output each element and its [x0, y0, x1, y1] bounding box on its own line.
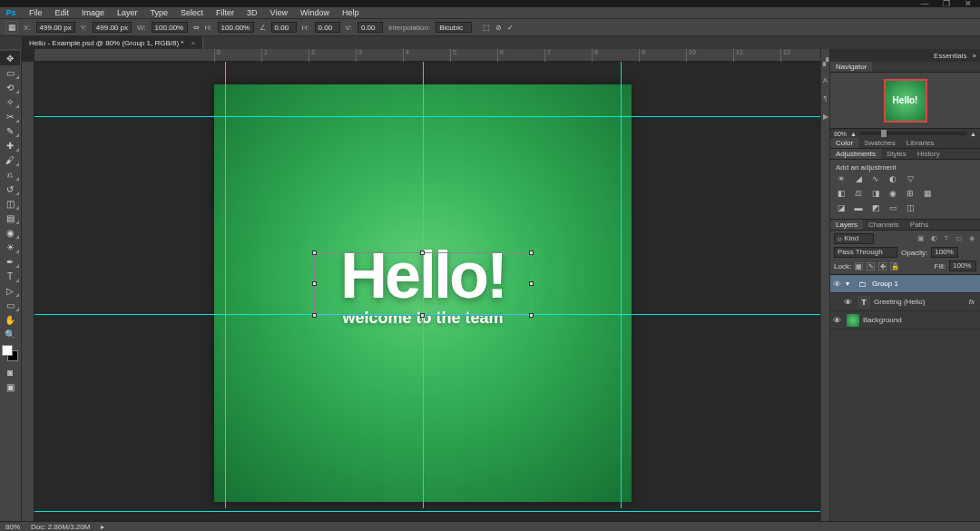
- lookup-icon[interactable]: ▦: [922, 189, 933, 198]
- layer-row-text[interactable]: 👁 T Greeting (Hello) fx: [830, 293, 980, 311]
- tab-history[interactable]: History: [912, 149, 946, 159]
- close-tab-icon[interactable]: ×: [191, 39, 195, 47]
- field-y[interactable]: 499.00 px: [93, 22, 132, 33]
- ruler-vertical[interactable]: [22, 62, 34, 521]
- tab-channels[interactable]: Channels: [863, 220, 905, 230]
- lock-position-icon[interactable]: ✥: [878, 262, 887, 270]
- menu-layer[interactable]: Layer: [112, 7, 143, 18]
- layer-name[interactable]: Group 1: [872, 280, 980, 288]
- threshold-icon[interactable]: ◩: [870, 203, 881, 212]
- field-h[interactable]: 100.00%: [218, 22, 254, 33]
- crop-tool[interactable]: ✂: [0, 109, 20, 123]
- lock-all-icon[interactable]: 🔒: [890, 262, 898, 270]
- ruler-horizontal[interactable]: 0 1 2 3 4 5 6 7 8 9 10 11 12: [34, 49, 820, 62]
- invert-icon[interactable]: ◪: [836, 203, 847, 212]
- type-tool[interactable]: T: [0, 269, 20, 283]
- marquee-tool[interactable]: ▭: [0, 65, 20, 80]
- menu-help[interactable]: Help: [337, 7, 365, 18]
- brightness-icon[interactable]: ☀: [836, 174, 847, 183]
- lock-transparency-icon[interactable]: ▦: [855, 262, 863, 270]
- workspace-switcher[interactable]: Essentials »: [830, 49, 980, 62]
- navigator-thumbnail[interactable]: Hello!: [884, 79, 927, 123]
- status-doc-size[interactable]: Doc: 2.86M/3.20M: [31, 523, 90, 531]
- canvas-area[interactable]: 0 1 2 3 4 5 6 7 8 9 10 11 12 Hello! welc…: [22, 49, 820, 521]
- foreground-background-swatch[interactable]: [0, 341, 21, 365]
- tab-paths[interactable]: Paths: [905, 220, 934, 230]
- visibility-toggle-icon[interactable]: 👁: [841, 298, 854, 307]
- blend-mode-select[interactable]: Pass Through: [834, 247, 897, 258]
- actions-panel-icon[interactable]: ▶: [822, 113, 829, 120]
- menu-view[interactable]: View: [265, 7, 293, 18]
- layer-fx-badge[interactable]: fx: [969, 298, 980, 306]
- cancel-transform-icon[interactable]: ⊘: [495, 24, 502, 32]
- menu-edit[interactable]: Edit: [50, 7, 75, 18]
- hue-icon[interactable]: ◧: [836, 189, 847, 198]
- visibility-toggle-icon[interactable]: 👁: [830, 280, 843, 289]
- paragraph-panel-icon[interactable]: ¶: [822, 94, 829, 102]
- field-x[interactable]: 499.00 px: [36, 22, 75, 33]
- shape-tool[interactable]: ▭: [0, 298, 20, 312]
- group-expand-icon[interactable]: ▾: [843, 280, 852, 288]
- guide-vertical[interactable]: [225, 62, 226, 508]
- filter-type-icon[interactable]: T: [942, 234, 951, 243]
- menu-3d[interactable]: 3D: [241, 7, 263, 18]
- histogram-icon[interactable]: ▞: [822, 58, 829, 65]
- character-panel-icon[interactable]: A: [822, 76, 829, 84]
- field-w[interactable]: 100.00%: [152, 22, 188, 33]
- navigator-zoom-slider[interactable]: [860, 132, 966, 135]
- channel-mixer-icon[interactable]: ⊞: [905, 189, 916, 198]
- zoom-tool[interactable]: 🔍: [0, 327, 20, 341]
- field-skew-h[interactable]: 0.00: [315, 22, 340, 33]
- layer-row-group[interactable]: 👁 ▾ 🗀 Group 1: [830, 275, 980, 293]
- filter-adjust-icon[interactable]: ◐: [929, 234, 938, 243]
- status-zoom[interactable]: 80%: [5, 523, 20, 531]
- document-tab[interactable]: Hello - Example.psd @ 80% (Group 1, RGB/…: [22, 36, 203, 49]
- gradient-tool[interactable]: ▤: [0, 211, 20, 225]
- field-angle[interactable]: 0.00: [271, 22, 297, 33]
- menu-window[interactable]: Window: [295, 7, 335, 18]
- field-interp[interactable]: Bicubic: [436, 22, 472, 33]
- layer-name[interactable]: Greeting (Hello): [874, 298, 969, 306]
- link-wh-icon[interactable]: ⇔: [193, 24, 200, 32]
- window-restore-icon[interactable]: ❐: [940, 0, 953, 7]
- hand-tool[interactable]: ✋: [0, 312, 20, 327]
- eraser-tool[interactable]: ◫: [0, 196, 20, 211]
- selective-color-icon[interactable]: ◫: [905, 203, 916, 212]
- bw-icon[interactable]: ◨: [870, 189, 881, 198]
- pen-tool[interactable]: ✒: [0, 254, 20, 269]
- field-skew-v[interactable]: 0.00: [358, 22, 383, 33]
- path-selection-tool[interactable]: ▷: [0, 283, 20, 298]
- window-minimize-icon[interactable]: —: [918, 0, 931, 7]
- transform-tool-icon[interactable]: ▦: [5, 21, 18, 34]
- levels-icon[interactable]: ◢: [853, 174, 864, 183]
- tab-color[interactable]: Color: [830, 138, 858, 148]
- menu-file[interactable]: File: [24, 7, 48, 18]
- search-icon[interactable]: »: [973, 52, 976, 60]
- posterize-icon[interactable]: ▬: [853, 203, 864, 212]
- dodge-tool[interactable]: ☀: [0, 240, 20, 254]
- guide-horizontal[interactable]: [34, 116, 820, 117]
- filter-smart-icon[interactable]: ◈: [967, 234, 976, 243]
- visibility-toggle-icon[interactable]: 👁: [830, 316, 843, 325]
- menu-image[interactable]: Image: [76, 7, 110, 18]
- tab-libraries[interactable]: Libraries: [901, 138, 940, 148]
- blur-tool[interactable]: ◉: [0, 225, 20, 240]
- guide-vertical[interactable]: [423, 62, 424, 508]
- navigator-zoom-value[interactable]: 80%: [834, 131, 847, 137]
- lasso-tool[interactable]: ⟲: [0, 80, 20, 94]
- gradient-map-icon[interactable]: ▭: [887, 203, 898, 212]
- vibrance-icon[interactable]: ▽: [905, 174, 916, 183]
- commit-transform-icon[interactable]: ✓: [507, 24, 514, 32]
- healing-brush-tool[interactable]: ✚: [0, 138, 20, 152]
- curves-icon[interactable]: ∿: [870, 174, 881, 183]
- layer-name[interactable]: Background: [863, 316, 980, 324]
- tab-adjustments[interactable]: Adjustments: [830, 149, 881, 159]
- photo-filter-icon[interactable]: ◉: [887, 189, 898, 198]
- zoom-out-icon[interactable]: ▲: [850, 131, 857, 137]
- fill-field[interactable]: 100%: [949, 261, 976, 271]
- guide-horizontal[interactable]: [34, 314, 820, 315]
- eyedropper-tool[interactable]: ✎: [0, 123, 20, 138]
- guide-vertical[interactable]: [621, 62, 622, 508]
- menu-filter[interactable]: Filter: [211, 7, 240, 18]
- tab-styles[interactable]: Styles: [881, 149, 912, 159]
